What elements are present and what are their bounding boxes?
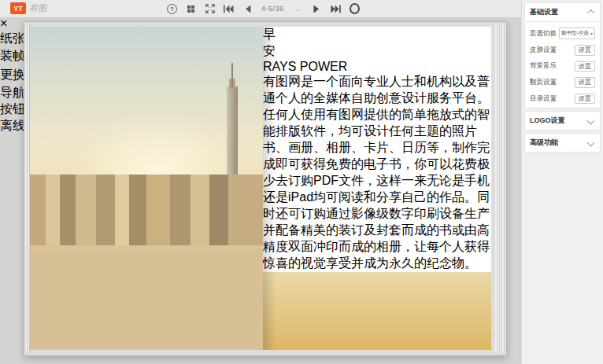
panel-title: LOGO设置 — [530, 116, 565, 126]
chevron-down-icon — [587, 139, 595, 147]
flip-settings-button[interactable]: 设置 — [575, 77, 595, 88]
logo-icon: YT — [10, 2, 26, 14]
panel-basic-settings: 基础设置 页面切换 翻书型-经典 皮肤设置 设置 背景音乐 设置 翻页设置 设置… — [524, 2, 601, 108]
last-page-button[interactable] — [331, 4, 341, 14]
row-label-flip-settings: 翻页设置 — [530, 78, 557, 87]
first-page-button[interactable] — [224, 4, 234, 14]
next-page-icon — [313, 5, 320, 13]
background-music-button[interactable]: 设置 — [575, 61, 595, 72]
panel-logo-settings: LOGO设置 — [524, 111, 601, 131]
thumbnails-button[interactable] — [186, 4, 196, 14]
settings-sidebar: 基础设置 页面切换 翻书型-经典 皮肤设置 设置 背景音乐 设置 翻页设置 设置… — [521, 0, 603, 364]
row-label-background-music: 背景音乐 — [530, 61, 557, 71]
left-page-photo[interactable] — [30, 27, 263, 350]
panel-basic-settings-header[interactable]: 基础设置 — [530, 7, 595, 17]
thumbnails-grid-icon — [187, 6, 194, 13]
flipbook: 早 安 RAYS POWER 有图网是一个面向专业人士和机构以及普通个人的全媒体… — [24, 21, 507, 356]
right-page-content[interactable]: 早 安 RAYS POWER 有图网是一个面向专业人士和机构以及普通个人的全媒体… — [263, 27, 491, 350]
app-logo[interactable]: YT 有图 — [10, 2, 46, 14]
chevron-down-icon — [587, 117, 595, 125]
fullscreen-icon — [205, 4, 215, 13]
photo-midtown-buildings — [30, 175, 263, 245]
prev-page-button[interactable] — [242, 4, 253, 14]
page-stack-right-edge — [495, 24, 505, 353]
autoplay-icon — [350, 3, 360, 14]
help-icon — [167, 4, 177, 14]
skin-settings-button[interactable]: 设置 — [575, 45, 595, 56]
tile-photo-gears — [263, 272, 491, 350]
page-body-text: 有图网是一个面向专业人士和机构以及普通个人的全媒体自助创意设计服务平台。任何人使… — [263, 74, 491, 272]
panel-advanced-features: 高级功能 — [524, 133, 601, 153]
page-title-char-2: 安 — [263, 43, 491, 60]
chevron-up-icon — [587, 9, 595, 17]
page-title-char-1: 早 — [263, 27, 491, 43]
panel-title: 高级功能 — [530, 138, 558, 148]
last-page-icon — [331, 5, 341, 13]
toc-settings-button[interactable]: 设置 — [575, 94, 595, 105]
goto-arrow-icon[interactable] — [293, 4, 303, 14]
top-toolbar: YT 有图 4-5/36 — [0, 0, 521, 18]
row-label-page-transition: 页面切换 — [530, 29, 557, 39]
page-transition-select[interactable]: 翻书型-经典 — [559, 28, 595, 39]
row-label-skin-settings: 皮肤设置 — [530, 46, 557, 55]
logo-brand-text: 有图 — [29, 4, 46, 13]
first-page-icon — [224, 5, 234, 13]
page-subtitle: RAYS POWER — [263, 60, 491, 74]
next-page-button[interactable] — [312, 4, 322, 14]
autoplay-button[interactable] — [350, 4, 360, 14]
page-indicator: 4-5/36 — [261, 5, 284, 13]
panel-title: 基础设置 — [530, 7, 558, 17]
panel-logo-settings-header[interactable]: LOGO设置 — [530, 116, 595, 126]
fullscreen-button[interactable] — [205, 4, 215, 14]
panel-advanced-features-header[interactable]: 高级功能 — [530, 138, 595, 148]
prev-page-icon — [245, 5, 251, 13]
row-label-toc-settings: 目录设置 — [530, 94, 557, 104]
help-button[interactable] — [167, 4, 177, 14]
